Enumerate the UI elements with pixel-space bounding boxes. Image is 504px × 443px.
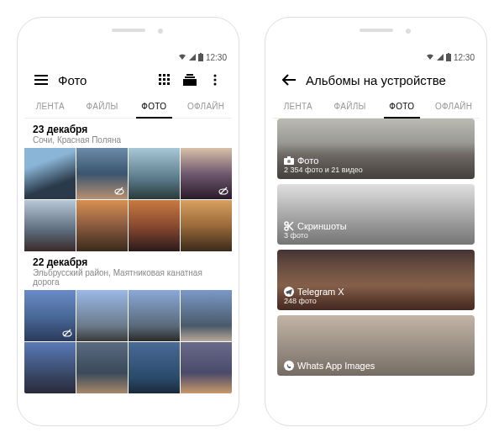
album-count: 248 фото [284, 297, 468, 305]
photo-thumb[interactable] [129, 290, 180, 341]
tab-feed[interactable]: ЛЕНТА [24, 95, 76, 118]
svg-rect-20 [446, 54, 451, 61]
photo-thumb[interactable] [129, 342, 180, 393]
photo-thumb[interactable] [24, 200, 76, 251]
cloud-off-icon [113, 185, 125, 197]
tabs: ЛЕНТА ФАЙЛЫ ФОТО ОФЛАЙН [272, 95, 480, 119]
svg-rect-0 [198, 54, 203, 61]
album-card[interactable]: Фото 2 354 фото и 21 видео [277, 119, 475, 179]
svg-rect-11 [186, 74, 193, 76]
photo-thumb[interactable] [76, 290, 128, 341]
album-name: Telegram X [284, 287, 468, 297]
telegram-icon [284, 287, 294, 297]
svg-rect-23 [287, 156, 291, 159]
status-icons: 12:30 [178, 53, 227, 62]
status-time: 12:30 [454, 53, 475, 62]
photo-thumb[interactable] [129, 200, 180, 251]
album-overlay: Telegram X 248 фото [277, 250, 475, 310]
svg-point-16 [214, 83, 217, 86]
photo-thumb[interactable] [181, 290, 232, 341]
svg-rect-4 [167, 74, 170, 76]
signal-icon [437, 54, 444, 61]
album-count: 3 фото [284, 231, 468, 240]
wifi-icon [426, 54, 434, 61]
photo-thumb[interactable] [181, 148, 232, 199]
photo-thumb[interactable] [181, 342, 232, 393]
wifi-icon [178, 54, 186, 61]
svg-point-28 [284, 361, 294, 371]
photo-thumb[interactable] [24, 290, 76, 341]
tab-files[interactable]: ФАЙЛЫ [76, 95, 129, 118]
tab-feed[interactable]: ЛЕНТА [272, 95, 324, 118]
svg-rect-3 [163, 74, 165, 76]
svg-rect-21 [448, 53, 449, 54]
content[interactable]: Фото 2 354 фото и 21 видео Скриншоты 3 ф… [272, 119, 480, 393]
tab-offline[interactable]: ОФЛАЙН [180, 95, 232, 118]
album-name: Whats App Images [284, 361, 468, 371]
back-icon[interactable] [281, 71, 297, 88]
date-title: 23 декабря [33, 124, 223, 135]
tabs: ЛЕНТА ФАЙЛЫ ФОТО ОФЛАЙН [24, 95, 232, 119]
status-time: 12:30 [206, 53, 227, 62]
camera-icon [284, 156, 294, 165]
scissors-icon [284, 221, 294, 231]
svg-rect-7 [167, 78, 170, 81]
whatsapp-icon [284, 361, 294, 371]
date-title: 22 декабря [33, 256, 223, 268]
phone-left: 12:30 Фото ЛЕНТА ФАЙЛЫ ФОТО ОФЛАЙН [17, 17, 239, 426]
status-bar: 12:30 [272, 50, 480, 65]
album-name: Скриншоты [284, 221, 468, 231]
more-icon[interactable] [207, 71, 223, 88]
svg-point-15 [214, 79, 217, 82]
grid-icon[interactable] [156, 71, 173, 88]
svg-rect-13 [183, 79, 197, 86]
tab-photo[interactable]: ФОТО [129, 95, 181, 118]
svg-rect-9 [163, 82, 165, 85]
svg-point-14 [214, 75, 217, 77]
date-section: 23 декабря Сочи, Красная Поляна [24, 119, 232, 148]
album-overlay: Whats App Images [277, 315, 475, 376]
photo-thumb[interactable] [129, 148, 180, 199]
svg-point-26 [285, 227, 288, 230]
date-location: Сочи, Красная Поляна [33, 135, 223, 145]
header: Альбомы на устройстве [272, 65, 480, 95]
album-overlay: Фото 2 354 фото и 21 видео [277, 119, 475, 179]
photo-thumb[interactable] [76, 342, 128, 393]
svg-rect-6 [163, 78, 165, 81]
albums-icon[interactable] [181, 71, 198, 88]
status-icons: 12:30 [426, 53, 475, 62]
cloud-off-icon [61, 327, 73, 339]
album-card[interactable]: Скриншоты 3 фото [277, 184, 475, 245]
album-overlay: Скриншоты 3 фото [277, 184, 475, 245]
svg-point-25 [285, 222, 288, 225]
phone-right: 12:30 Альбомы на устройстве ЛЕНТА ФАЙЛЫ … [265, 17, 487, 426]
tab-files[interactable]: ФАЙЛЫ [324, 95, 376, 118]
menu-icon[interactable] [33, 71, 50, 88]
content[interactable]: 23 декабря Сочи, Красная Поляна 22 декаб… [24, 119, 232, 393]
album-name: Фото [284, 156, 468, 166]
status-bar: 12:30 [24, 50, 232, 65]
photo-grid [24, 290, 232, 393]
battery-icon [446, 53, 451, 61]
svg-rect-2 [159, 74, 161, 76]
svg-point-24 [287, 160, 291, 163]
page-title: Фото [58, 73, 148, 87]
signal-icon [189, 54, 196, 61]
date-section: 22 декабря Эльбрусский район, Маятникова… [24, 251, 232, 290]
svg-rect-1 [200, 53, 202, 54]
svg-rect-12 [185, 76, 195, 78]
photo-thumb[interactable] [76, 200, 128, 251]
photo-thumb[interactable] [76, 148, 128, 199]
photo-thumb[interactable] [24, 342, 76, 393]
album-card[interactable]: Telegram X 248 фото [277, 250, 475, 310]
album-list: Фото 2 354 фото и 21 видео Скриншоты 3 ф… [272, 119, 480, 376]
tab-offline[interactable]: ОФЛАЙН [428, 95, 480, 118]
photo-thumb[interactable] [24, 148, 76, 199]
tab-photo[interactable]: ФОТО [376, 95, 428, 118]
album-card[interactable]: Whats App Images [277, 315, 475, 376]
photo-thumb[interactable] [181, 200, 232, 251]
svg-rect-8 [159, 82, 161, 85]
svg-rect-5 [159, 78, 161, 81]
header: Фото [24, 65, 232, 95]
album-count: 2 354 фото и 21 видео [284, 166, 468, 174]
